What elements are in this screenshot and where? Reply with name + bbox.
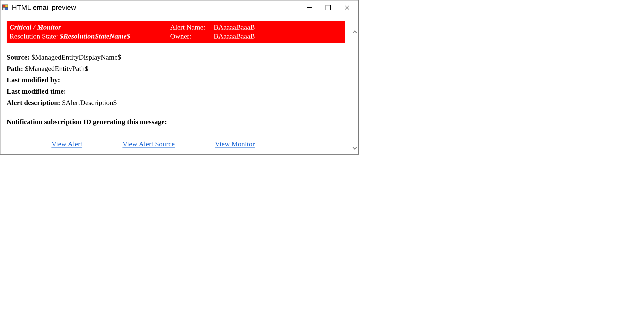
window-title: HTML email preview bbox=[12, 4, 304, 12]
view-alert-source-link[interactable]: View Alert Source bbox=[122, 140, 175, 148]
details-block: Source: $ManagedEntityDisplayName$ Path:… bbox=[6, 52, 352, 108]
minimize-button[interactable] bbox=[304, 3, 314, 12]
close-button[interactable] bbox=[342, 3, 352, 12]
links-row: View Alert View Alert Source View Monito… bbox=[6, 140, 352, 148]
window-controls bbox=[304, 3, 352, 12]
owner-value: BAaaaaBaaaB bbox=[214, 32, 255, 40]
alert-description-value: $AlertDescription$ bbox=[62, 99, 117, 106]
source-value: $ManagedEntityDisplayName$ bbox=[32, 53, 121, 61]
scroll-up-icon[interactable] bbox=[351, 28, 358, 36]
vertical-scrollbar[interactable] bbox=[351, 21, 358, 154]
app-window: HTML email preview Critic bbox=[0, 0, 359, 154]
severity-text: Critical / Monitor bbox=[10, 23, 61, 31]
titlebar: HTML email preview bbox=[0, 1, 358, 15]
source-label: Source: bbox=[6, 53, 30, 61]
subscription-id-label: Notification subscription ID generating … bbox=[6, 118, 352, 126]
resolution-state-label: Resolution State: bbox=[10, 32, 58, 40]
last-modified-time-label: Last modified time: bbox=[6, 87, 66, 95]
svg-rect-1 bbox=[326, 5, 330, 10]
alert-banner: Critical / Monitor Alert Name: BAaaaaBaa… bbox=[6, 21, 345, 43]
view-alert-link[interactable]: View Alert bbox=[52, 140, 82, 148]
maximize-button[interactable] bbox=[324, 3, 333, 12]
path-value: $ManagedEntityPath$ bbox=[25, 65, 88, 72]
scroll-down-icon[interactable] bbox=[351, 145, 358, 152]
alert-name-label: Alert Name: bbox=[170, 23, 206, 31]
alert-name-value: BAaaaaBaaaB bbox=[214, 23, 255, 31]
view-monitor-link[interactable]: View Monitor bbox=[215, 140, 255, 148]
path-label: Path: bbox=[6, 65, 23, 72]
owner-label: Owner: bbox=[170, 32, 192, 40]
alert-description-label: Alert description: bbox=[6, 99, 60, 106]
client-area: Critical / Monitor Alert Name: BAaaaaBaa… bbox=[0, 21, 358, 154]
app-icon bbox=[2, 5, 8, 11]
last-modified-by-label: Last modified by: bbox=[6, 76, 60, 84]
resolution-state-value: $ResolutionStateName$ bbox=[60, 32, 130, 40]
